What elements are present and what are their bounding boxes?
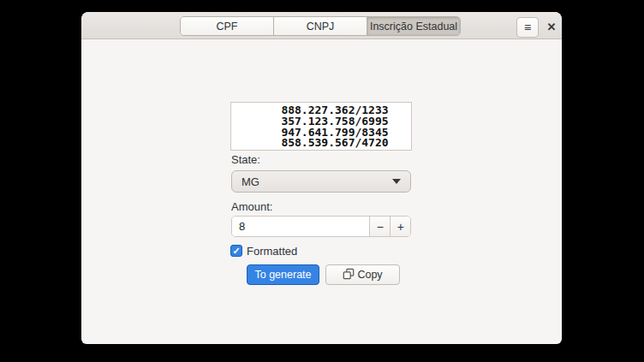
tab-cnpj[interactable]: CNPJ — [273, 17, 367, 35]
action-button-row: To generate Copy — [81, 264, 562, 285]
amount-input[interactable] — [232, 217, 369, 236]
result-line: 858.539.567/4720 — [259, 138, 411, 149]
copy-icon — [343, 268, 355, 282]
tab-group: CPF CNPJ Inscrição Estadual — [180, 16, 461, 36]
decrement-button[interactable]: − — [369, 217, 390, 236]
generate-button[interactable]: To generate — [247, 264, 319, 285]
copy-button-label: Copy — [357, 269, 382, 281]
tab-inscricao-estadual[interactable]: Inscrição Estadual — [367, 17, 460, 35]
increment-button[interactable]: + — [390, 217, 410, 236]
minus-icon: − — [377, 220, 384, 234]
check-icon: ✓ — [232, 246, 240, 256]
hamburger-icon: ≡ — [524, 21, 531, 34]
copy-button[interactable]: Copy — [325, 264, 400, 285]
state-dropdown[interactable]: MG — [231, 170, 411, 193]
chevron-down-icon — [392, 179, 401, 184]
formatted-label[interactable]: Formatted — [247, 245, 297, 258]
close-icon: ✕ — [547, 21, 557, 33]
close-button[interactable]: ✕ — [544, 19, 559, 34]
app-window: CPF CNPJ Inscrição Estadual ≡ ✕ 888.227.… — [81, 12, 562, 344]
plus-icon: + — [397, 220, 404, 234]
state-value: MG — [232, 175, 392, 188]
headerbar[interactable]: CPF CNPJ Inscrição Estadual ≡ ✕ — [81, 12, 562, 39]
generate-button-label: To generate — [254, 269, 311, 281]
formatted-checkbox[interactable]: ✓ — [230, 245, 242, 257]
amount-spinner: − + — [231, 216, 411, 237]
tab-cpf[interactable]: CPF — [181, 17, 273, 35]
amount-label: Amount: — [231, 200, 272, 213]
menu-button[interactable]: ≡ — [516, 17, 539, 38]
state-label: State: — [231, 153, 260, 166]
formatted-checkbox-row: ✓ Formatted — [230, 244, 297, 258]
results-textview[interactable]: 888.227.362/1233 357.123.758/6995 947.64… — [230, 102, 412, 151]
